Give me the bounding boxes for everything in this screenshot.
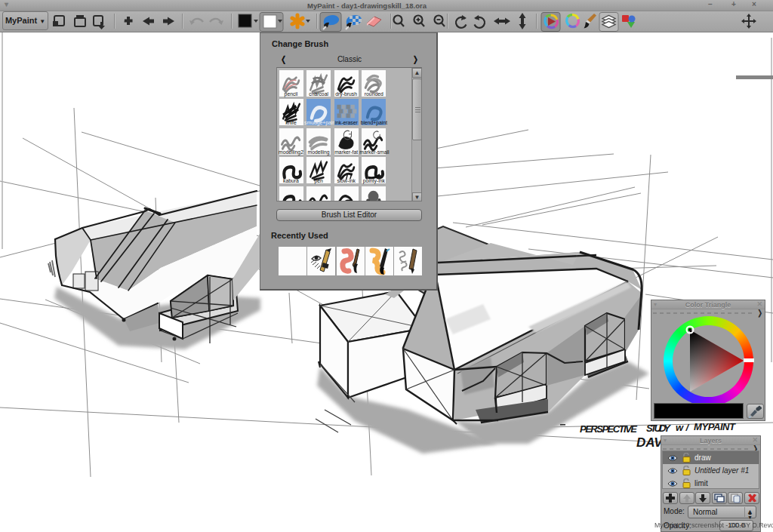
svg-text:w/: w/: [676, 422, 689, 433]
svg-text:STUDY: STUDY: [646, 423, 671, 434]
svg-text:MYPAINT: MYPAINT: [694, 421, 736, 432]
svg-text:PERSPECTIVE: PERSPECTIVE: [580, 423, 637, 435]
